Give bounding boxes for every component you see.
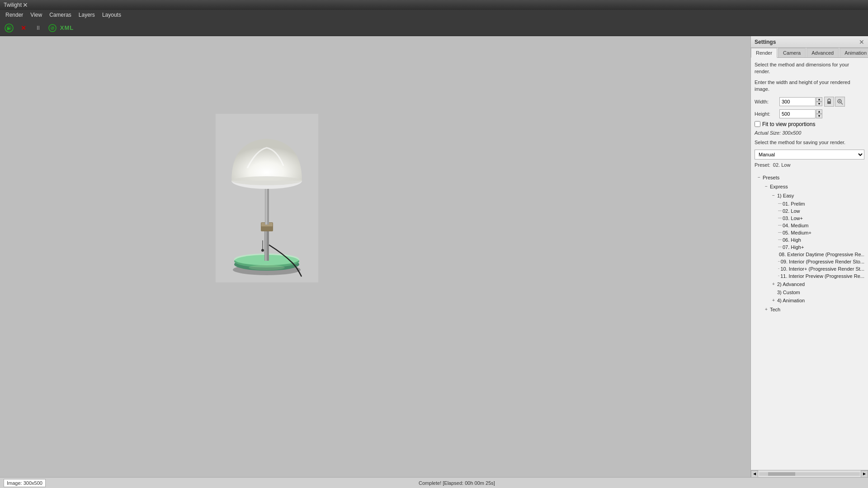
tree-item-04-medium[interactable]: 04. Medium: [755, 222, 864, 229]
tree-label-easy: 1) Easy: [777, 193, 794, 198]
tree-item-07-high-plus[interactable]: 07. High+: [755, 244, 864, 251]
tree-label-custom: 3) Custom: [777, 290, 800, 295]
tree-item-custom[interactable]: 3) Custom: [755, 289, 864, 296]
tree-item-01-prelim[interactable]: 01. Prelim: [755, 200, 864, 207]
zoom-icon: [837, 99, 843, 105]
tree-label-presets: Presets: [763, 175, 779, 180]
width-label: Width:: [755, 99, 779, 104]
tree-item-05-medium-plus[interactable]: 05. Medium+: [755, 229, 864, 236]
settings-scrollbar: ◀ ▶: [751, 470, 868, 477]
title-close-button[interactable]: ✕: [22, 1, 29, 9]
settings-close-button[interactable]: ✕: [859, 38, 864, 46]
tab-camera[interactable]: Camera: [778, 48, 806, 57]
scroll-track[interactable]: [759, 472, 860, 476]
scroll-thumb[interactable]: [768, 472, 795, 476]
tree-label-express: Express: [770, 184, 788, 189]
svg-point-21: [249, 265, 285, 270]
tree-item-06-high[interactable]: 06. High: [755, 236, 864, 244]
render-pause-button[interactable]: ⏸: [32, 22, 44, 34]
tree-item-10-interior-plus[interactable]: 10. Interior+ (Progressive Render St...: [755, 265, 864, 272]
tree-label-03-low-plus: 03. Low+: [783, 216, 803, 221]
tab-advanced[interactable]: Advanced: [807, 48, 839, 57]
fit-to-view-row: Fit to view proportions: [755, 121, 864, 127]
desc-method: Select the method and dimensions for you…: [755, 61, 864, 75]
menu-cameras[interactable]: Cameras: [46, 11, 75, 19]
height-input[interactable]: 500: [779, 109, 816, 118]
height-spinner: ▲ ▼: [816, 109, 822, 118]
menu-view[interactable]: View: [27, 11, 46, 19]
settings-title: Settings: [755, 39, 776, 45]
tree-label-advanced: 2) Advanced: [777, 282, 805, 287]
svg-text:▶: ▶: [7, 26, 11, 31]
tree-item-express[interactable]: − Express: [755, 182, 864, 191]
lamp-container: [216, 114, 318, 282]
image-info-box: Image: 300x500: [4, 479, 46, 487]
preset-row: Preset: 02. Low: [755, 162, 864, 168]
fit-view-button[interactable]: [835, 97, 845, 107]
menu-layers[interactable]: Layers: [75, 11, 99, 19]
render-refresh-button[interactable]: ↺: [46, 22, 59, 34]
tree-toggle-tech[interactable]: +: [763, 306, 770, 313]
tree-item-animation[interactable]: + 4) Animation: [755, 296, 864, 305]
tree-item-presets[interactable]: − Presets: [755, 173, 864, 182]
height-row: Height: 500 ▲ ▼: [755, 109, 864, 118]
width-up-button[interactable]: ▲: [816, 97, 822, 102]
height-label: Height:: [755, 111, 779, 117]
tree-container: − Presets − Express − 1) Easy 01. Prelim: [755, 171, 864, 316]
tree-toggle-express[interactable]: −: [763, 183, 770, 190]
settings-tabs: Render Camera Advanced Animation ▼: [751, 48, 868, 58]
tree-label-01-prelim: 01. Prelim: [783, 201, 805, 206]
width-spinner: ▲ ▼: [816, 97, 822, 106]
fit-to-view-label: Fit to view proportions: [762, 121, 815, 127]
render-start-button[interactable]: ▶: [3, 22, 15, 34]
tab-animation[interactable]: Animation: [840, 48, 868, 57]
actual-size-text: Actual Size: 300x500: [755, 130, 864, 136]
tree-item-11-interior-preview[interactable]: 11. Interior Preview (Progressive Re...: [755, 272, 864, 280]
tree-label-10-interior-plus: 10. Interior+ (Progressive Render St...: [780, 266, 864, 272]
tree-label-05-medium-plus: 05. Medium+: [783, 230, 811, 235]
tree-item-09-interior[interactable]: 09. Interior (Progressive Render Sto...: [755, 258, 864, 265]
lock-icon: [826, 99, 832, 105]
tree-label-11-interior-preview: 11. Interior Preview (Progressive Re...: [780, 273, 864, 279]
tree-item-02-low[interactable]: 02. Low: [755, 207, 864, 215]
tree-toggle-easy[interactable]: −: [770, 192, 777, 199]
scroll-left-button[interactable]: ◀: [751, 470, 758, 478]
tree-item-03-low-plus[interactable]: 03. Low+: [755, 215, 864, 222]
tab-render[interactable]: Render: [751, 48, 777, 58]
settings-header: Settings ✕: [751, 36, 868, 48]
status-bar: Image: 300x500 Complete! [Elapsed: 00h 0…: [0, 477, 868, 488]
viewport: [0, 36, 750, 477]
svg-rect-22: [827, 101, 831, 104]
tree-item-advanced[interactable]: + 2) Advanced: [755, 280, 864, 289]
svg-point-14: [261, 249, 264, 252]
render-stop-button[interactable]: ✕: [17, 22, 30, 34]
svg-text:↺: ↺: [51, 26, 54, 31]
tree-item-easy[interactable]: − 1) Easy: [755, 191, 864, 200]
lamp-svg: [216, 114, 318, 282]
menu-render[interactable]: Render: [2, 11, 27, 19]
tree-label-animation: 4) Animation: [777, 298, 805, 303]
width-down-button[interactable]: ▼: [816, 102, 822, 106]
tree-item-tech[interactable]: + Tech: [755, 305, 864, 314]
tree-label-06-high: 06. High: [783, 237, 801, 243]
fit-to-view-checkbox[interactable]: [755, 121, 760, 127]
tree-label-08-exterior: 08. Exterior Daytime (Progressive Re...: [779, 252, 864, 257]
tree-toggle-advanced[interactable]: +: [770, 281, 777, 288]
lock-ratio-button[interactable]: [824, 97, 834, 107]
width-input[interactable]: 300: [779, 97, 816, 106]
toolbar: ▶ ✕ ⏸ ↺ XML: [0, 20, 868, 36]
tree-label-tech: Tech: [770, 307, 780, 312]
tree-toggle-animation[interactable]: +: [770, 297, 777, 304]
xml-button[interactable]: XML: [61, 22, 73, 34]
scroll-right-button[interactable]: ▶: [861, 470, 868, 478]
desc-dimensions: Enter the width and height of your rende…: [755, 79, 864, 93]
title-text: Twilight: [4, 2, 22, 8]
save-method-dropdown[interactable]: Manual: [755, 150, 864, 160]
height-down-button[interactable]: ▼: [816, 114, 822, 118]
height-up-button[interactable]: ▲: [816, 109, 822, 114]
tree-item-08-exterior[interactable]: 08. Exterior Daytime (Progressive Re...: [755, 251, 864, 258]
tree-toggle-presets[interactable]: −: [755, 174, 763, 181]
menu-layouts[interactable]: Layouts: [99, 11, 125, 19]
settings-panel: Settings ✕ Render Camera Advanced Animat…: [750, 36, 868, 477]
preset-label: Preset:: [755, 162, 770, 168]
